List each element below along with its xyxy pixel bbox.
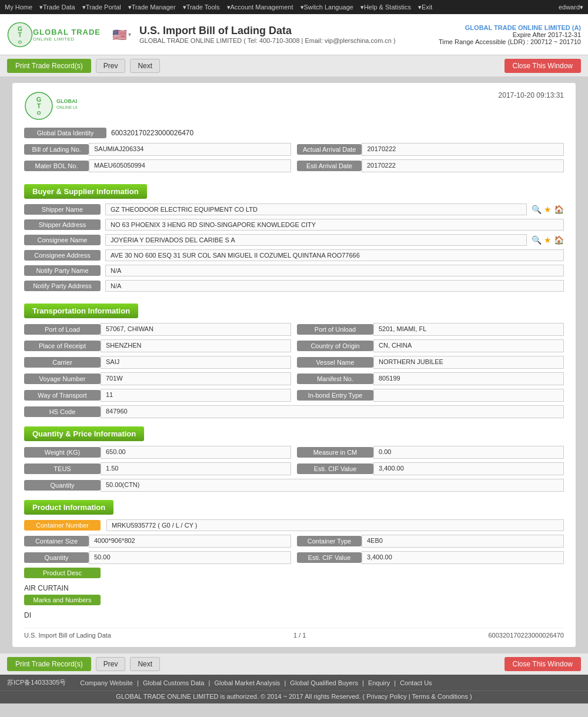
svg-text:G: G: [18, 26, 22, 32]
footer-link-customs[interactable]: Global Customs Data: [143, 679, 205, 686]
place-of-receipt-label: Place of Receipt: [24, 341, 101, 351]
logo-text-block: GLOBAL TRADE ONLINE LIMITED: [33, 28, 101, 42]
place-of-receipt-field: Place of Receipt SHENZHEN: [24, 339, 291, 352]
page-subtitle: GLOBAL TRADE ONLINE LIMITED ( Tel: 400-7…: [139, 37, 439, 44]
footer-link-company[interactable]: Company Website: [80, 679, 133, 686]
country-of-origin-label: Country of Origin: [297, 341, 373, 351]
product-quantity-cif-row: Quantity 50.00 Esti. CIF Value 3,400.00: [24, 551, 564, 564]
product-desc-button[interactable]: Product Desc: [24, 568, 101, 578]
esti-arrival-label: Esti Arrival Date: [297, 161, 362, 171]
next-button-top[interactable]: Next: [130, 59, 160, 73]
measure-cm-label: Measure in CM: [297, 447, 373, 458]
nav-trade-manager[interactable]: Trade Manager: [132, 4, 176, 11]
privacy-policy-link[interactable]: Privacy Policy: [366, 693, 406, 700]
record-date: 2017-10-20 09:13:31: [499, 91, 564, 99]
prev-button-bottom[interactable]: Prev: [96, 657, 126, 671]
master-bol-group: Mater BOL No. MAEU605050994: [24, 159, 291, 172]
measure-cm-field: Measure in CM 0.00: [297, 446, 564, 459]
shipper-address-row: Shipper Address NO 63 PHOENIX 3 HENG RD …: [24, 219, 564, 231]
page-header: G T O GLOBAL TRADE ONLINE LIMITED 🇺🇸 ▾ U…: [0, 14, 588, 55]
port-of-load-value: 57067, CHIWAN: [101, 323, 291, 336]
flag-area[interactable]: 🇺🇸 ▾: [112, 28, 131, 42]
way-of-transport-label: Way of Transport: [24, 390, 101, 401]
company-info: GLOBAL TRADE ONLINE LIMITED (A) Expire A…: [439, 24, 581, 45]
consignee-name-label: Consignee Name: [24, 235, 101, 245]
nav-trade-portal[interactable]: Trade Portal: [86, 4, 121, 11]
esti-arrival-value: 20170222: [362, 159, 564, 172]
close-button-bottom[interactable]: Close This Window: [505, 657, 581, 671]
consignee-star-icon[interactable]: ★: [544, 235, 552, 245]
marks-numbers-text: DI: [24, 609, 564, 622]
quantity-qty-value: 50.00(CTN): [101, 479, 564, 492]
hs-code-field: HS Code 847960: [24, 405, 564, 418]
print-button-bottom[interactable]: Print Trade Record(s): [7, 657, 91, 671]
nav-trade-tools[interactable]: Trade Tools: [186, 4, 220, 11]
ldr-range: Time Range Accessible (LDR) : 200712 ~ 2…: [439, 38, 581, 45]
weight-value: 650.00: [101, 446, 291, 459]
consignee-home-icon[interactable]: 🏠: [554, 235, 564, 245]
product-esti-cif-value: 3,400.00: [362, 551, 564, 564]
shipper-icons: 🔍 ★ 🏠: [532, 205, 564, 214]
print-button-top[interactable]: Print Trade Record(s): [7, 59, 91, 73]
product-quantity-group: Quantity 50.00: [24, 551, 291, 564]
measure-cm-value: 0.00: [373, 446, 564, 459]
flag-dropdown-arrow: ▾: [128, 31, 131, 38]
svg-text:O: O: [36, 110, 41, 116]
weight-label: Weight (KG): [24, 447, 101, 458]
carrier-value: SAIJ: [101, 356, 291, 369]
vessel-name-field: Vessel Name NORTHERN JUBILEE: [297, 356, 564, 369]
carrier-field: Carrier SAIJ: [24, 356, 291, 369]
product-desc-row: Product Desc: [24, 568, 564, 578]
container-size-type-row: Container Size 4000*906*802 Container Ty…: [24, 535, 564, 548]
nav-exit[interactable]: Exit: [422, 4, 432, 11]
svg-text:O: O: [18, 39, 22, 44]
prev-button-top[interactable]: Prev: [96, 59, 126, 73]
gto-logo-icon: G T O: [7, 22, 33, 48]
nav-my-home[interactable]: My Home: [5, 4, 32, 11]
expire-date: Expire After 2017-12-31: [439, 31, 581, 38]
footer-link-buyers[interactable]: Global Qualified Buyers: [290, 679, 358, 686]
product-info-header: Product Information: [24, 500, 113, 515]
us-flag: 🇺🇸: [112, 28, 127, 42]
close-button-top[interactable]: Close This Window: [505, 59, 581, 73]
consignee-name-row: Consignee Name JOYERIA Y DERIVADOS DEL C…: [24, 234, 564, 246]
global-data-identity-label: Global Data Identity: [24, 128, 106, 138]
nav-help-stats[interactable]: Help & Statistics: [364, 4, 411, 11]
marks-numbers-button[interactable]: Marks and Numbers: [24, 595, 101, 605]
teus-value: 1.50: [101, 462, 291, 475]
consignee-search-icon[interactable]: 🔍: [532, 235, 542, 245]
footer-link-market[interactable]: Global Market Analysis: [214, 679, 280, 686]
nav-trade-data[interactable]: Trade Data: [43, 4, 75, 11]
shipper-name-label: Shipper Name: [24, 204, 101, 215]
footer-link-contact[interactable]: Contact Us: [400, 679, 432, 686]
company-name: GLOBAL TRADE ONLINE LIMITED (A): [439, 24, 581, 31]
shipper-search-icon[interactable]: 🔍: [532, 205, 542, 214]
footer-link-enquiry[interactable]: Enquiry: [368, 679, 390, 686]
product-esti-cif-group: Esti. CIF Value 3,400.00: [297, 551, 564, 564]
shipper-home-icon[interactable]: 🏠: [554, 205, 564, 214]
svg-text:GLOBAL TRADE: GLOBAL TRADE: [56, 98, 77, 104]
record-header: G T O GLOBAL TRADE ONLINE LIMITED 2017-1…: [24, 91, 564, 121]
action-bar-top: Print Trade Record(s) Prev Next Close Th…: [0, 55, 588, 76]
next-button-bottom[interactable]: Next: [130, 657, 160, 671]
svg-text:T: T: [37, 102, 41, 109]
shipper-star-icon[interactable]: ★: [544, 205, 552, 214]
transportation-grid: Port of Load 57067, CHIWAN Port of Unloa…: [24, 323, 564, 418]
icp-number: 苏ICP备14033305号: [7, 678, 66, 687]
vessel-name-label: Vessel Name: [297, 357, 373, 368]
nav-account-management[interactable]: Account Management: [230, 4, 293, 11]
way-of-transport-value: 11: [101, 389, 291, 402]
shipper-name-value: GZ THEODOOR ELECTRIC EQUIPMENT CO LTD: [105, 204, 527, 215]
esti-arrival-group: Esti Arrival Date 20170222: [297, 159, 564, 172]
nav-switch-language[interactable]: Switch Language: [304, 4, 353, 11]
record-footer-center: 1 / 1: [293, 632, 306, 639]
footer-links: Company Website | Global Customs Data | …: [78, 679, 581, 686]
port-of-load-label: Port of Load: [24, 324, 101, 335]
terms-link[interactable]: Terms & Conditions: [412, 693, 468, 700]
product-desc-text: AIR CURTAIN: [24, 582, 564, 595]
quantity-grid: Weight (KG) 650.00 Measure in CM 0.00 TE…: [24, 446, 564, 492]
manifest-no-label: Manifest No.: [297, 373, 373, 384]
in-bond-entry-value: [373, 389, 564, 402]
marks-numbers-row: Marks and Numbers: [24, 595, 564, 605]
product-quantity-label: Quantity: [24, 552, 89, 563]
